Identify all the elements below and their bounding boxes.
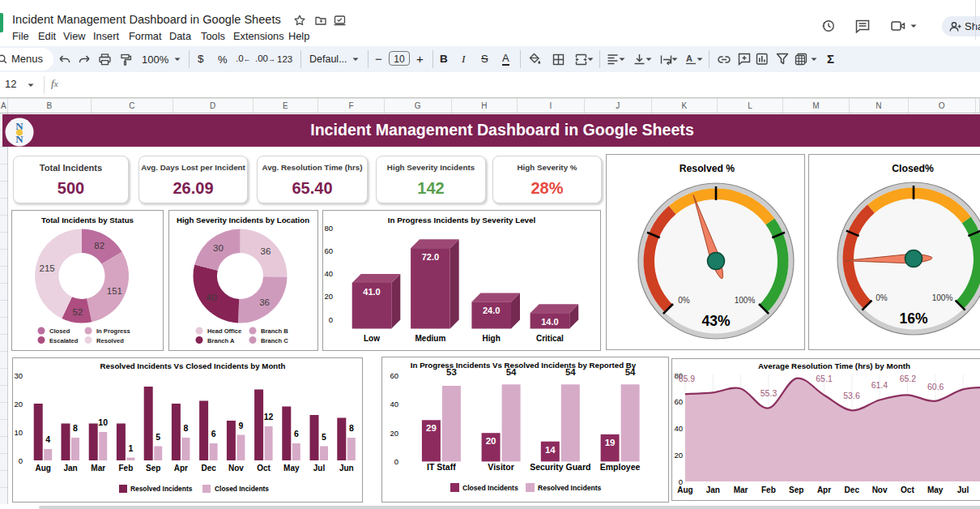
svg-text:Dec: Dec [845, 485, 860, 494]
svg-text:Average Resolution Time (hrs): Average Resolution Time (hrs) by Month [758, 361, 910, 370]
svg-text:65.9: 65.9 [679, 374, 696, 383]
svg-text:60: 60 [674, 397, 683, 406]
svg-text:Oct: Oct [901, 485, 914, 494]
svg-text:Jul: Jul [957, 485, 969, 494]
svg-text:0: 0 [679, 477, 683, 486]
svg-text:Apr: Apr [817, 485, 831, 494]
svg-text:55.3: 55.3 [761, 388, 778, 398]
svg-text:Aug: Aug [677, 485, 692, 494]
svg-text:Jan: Jan [706, 485, 720, 494]
svg-text:20: 20 [674, 451, 683, 460]
svg-text:Mar: Mar [734, 485, 748, 494]
svg-text:40: 40 [674, 424, 683, 433]
svg-text:65.1: 65.1 [816, 374, 833, 383]
svg-text:May: May [927, 485, 944, 494]
svg-text:61.4: 61.4 [871, 380, 888, 390]
svg-text:65.2: 65.2 [900, 374, 917, 383]
svg-text:53.6: 53.6 [843, 391, 860, 400]
svg-text:Feb: Feb [761, 485, 776, 494]
svg-text:Nov: Nov [872, 485, 888, 494]
svg-text:60.6: 60.6 [927, 382, 944, 391]
svg-text:Sep: Sep [789, 485, 803, 494]
